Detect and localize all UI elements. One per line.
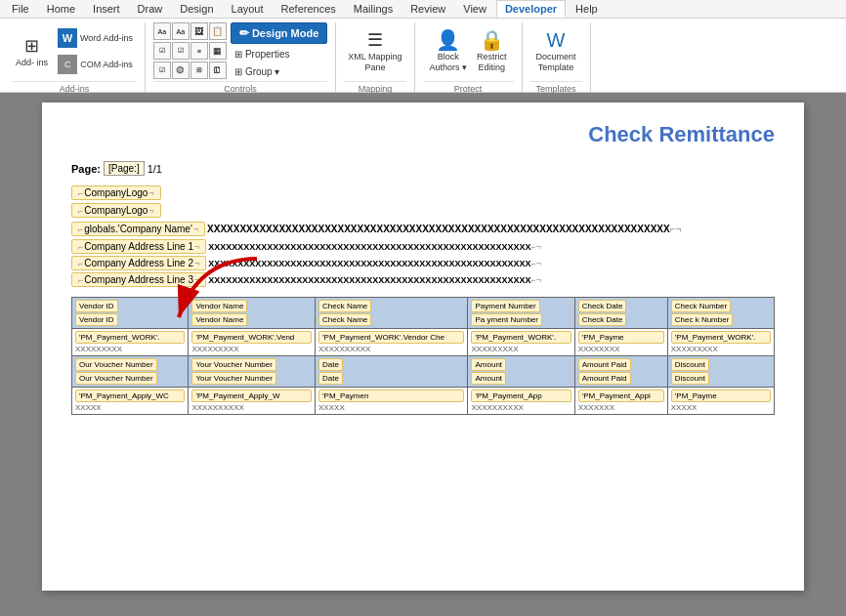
- tab-help[interactable]: Help: [568, 1, 606, 17]
- tab-mailings[interactable]: Mailings: [346, 1, 401, 17]
- tab-review[interactable]: Review: [402, 1, 453, 17]
- td-discount-h: Discount Discount: [667, 356, 774, 388]
- document-title: Check Remittance: [588, 122, 775, 147]
- tab-home[interactable]: Home: [39, 1, 83, 17]
- ctrl-icon-2[interactable]: Aa: [172, 22, 190, 40]
- design-mode-icon: ✏: [239, 26, 249, 40]
- addins-label: Add- ins: [16, 58, 48, 68]
- address-line-1: ⌐Company Address Line 1¬ XXXXXXXXXXXXXXX…: [71, 239, 775, 254]
- td-check-number-field: 'PM_Payment_WORK'. XXXXXXXXX: [667, 329, 774, 356]
- page: Page: [Page:] 1/1 Check Remittance ⌐Comp…: [42, 103, 804, 591]
- group-label: Group ▾: [245, 66, 280, 77]
- table-row-2-fields: 'PM_Payment_Apply_WC XXXXX 'PM_Payment_A…: [72, 388, 775, 415]
- ctrl-icon-8[interactable]: ▦: [209, 42, 227, 60]
- xml-mapping-icon: ☰: [363, 28, 387, 52]
- ctrl-icon-10[interactable]: 🔘: [172, 62, 190, 79]
- page-label: Page:: [71, 163, 101, 175]
- ribbon: File Home Insert Draw Design Layout Refe…: [0, 0, 846, 93]
- ctrl-icon-11[interactable]: ⊞: [190, 62, 208, 79]
- table-row-fields: 'PM_Payment_WORK'. XXXXXXXXX 'PM_Payment…: [72, 329, 775, 356]
- td-vendor-id-field: 'PM_Payment_WORK'. XXXXXXXXX: [72, 329, 189, 356]
- document-template-button[interactable]: W DocumentTemplate: [532, 26, 580, 75]
- addins-icon: ⊞: [21, 34, 44, 58]
- td-our-voucher-field: 'PM_Payment_Apply_WC XXXXX: [72, 388, 189, 415]
- xml-mapping-button[interactable]: ☰ XML MappingPane: [344, 26, 405, 75]
- ribbon-content: ⊞ Add- ins W Word Add-ins C COM Add-ins: [0, 19, 846, 96]
- properties-label: Properties: [245, 49, 290, 60]
- address-lines: ⌐Company Address Line 1¬ XXXXXXXXXXXXXXX…: [71, 239, 775, 287]
- tab-view[interactable]: View: [455, 1, 494, 17]
- ctrl-icon-5[interactable]: ☑: [153, 42, 171, 60]
- tab-design[interactable]: Design: [172, 1, 221, 17]
- group-controls: Aa Aa 🖼 📋 ☑ ☑ ≡ ▦: [146, 22, 336, 96]
- th-vendor-id: Vendor ID Vendor ID: [72, 298, 189, 329]
- properties-button[interactable]: ⊞ Properties: [231, 47, 327, 62]
- logo-field-1: ⌐CompanyLogo¬: [71, 185, 775, 200]
- restrict-editing-icon: 🔒: [480, 28, 503, 52]
- group-protect: 👤 BlockAuthors ▾ 🔒 RestrictEditing Prote…: [415, 22, 523, 96]
- logo-area: ⌐CompanyLogo¬ ⌐CompanyLogo¬: [71, 185, 775, 218]
- td-our-voucher-h: Our Voucher Number Our Voucher Number: [72, 356, 189, 388]
- td-payment-number-field: 'PM_Payment_WORK'. XXXXXXXXX: [468, 329, 574, 356]
- xml-mapping-label: XML MappingPane: [348, 52, 402, 73]
- td-amount-paid-h: Amount Paid Amount Paid: [574, 356, 667, 388]
- th-check-date: Check Date Check Date: [574, 298, 667, 329]
- design-mode-button[interactable]: ✏ Design Mode: [231, 22, 327, 44]
- com-icon: C: [58, 55, 77, 74]
- tab-developer[interactable]: Developer: [496, 0, 566, 18]
- td-your-voucher-h: Your Voucher Number Your Voucher Number: [189, 356, 316, 388]
- address-line-2: ⌐Company Address Line 2¬ XXXXXXXXXXXXXXX…: [71, 256, 775, 270]
- ctrl-icon-6[interactable]: ☑: [172, 42, 190, 60]
- td-amount-h: Amount Amount: [468, 356, 574, 388]
- th-payment-number: Payment Number Pa yment Number: [468, 298, 574, 329]
- ctrl-icon-3[interactable]: 🖼: [190, 22, 208, 40]
- td-discount-field: 'PM_Payme XXXXX: [667, 388, 774, 415]
- restrict-editing-label: RestrictEditing: [477, 52, 507, 73]
- ctrl-icon-1[interactable]: Aa: [153, 22, 171, 40]
- word-addins-button[interactable]: W Word Add-ins: [54, 26, 137, 50]
- td-amount-paid-field: 'PM_Payment_Appl XXXXXXX: [574, 388, 667, 415]
- tab-file[interactable]: File: [4, 1, 37, 17]
- mapping-items: ☰ XML MappingPane: [344, 22, 405, 79]
- td-date-field: 'PM_Paymen XXXXX: [316, 388, 468, 415]
- group-templates: W DocumentTemplate Templates: [523, 22, 591, 96]
- controls-items: Aa Aa 🖼 📋 ☑ ☑ ≡ ▦: [153, 22, 327, 79]
- td-check-name-field: 'PM_Payment_WORK'.Vendor Che XXXXXXXXXX: [316, 329, 468, 356]
- document-template-label: DocumentTemplate: [536, 52, 576, 73]
- ctrl-icon-4[interactable]: 📋: [209, 22, 227, 40]
- th-check-number: Check Number Chec k Number: [667, 298, 774, 329]
- logo-field-2: ⌐CompanyLogo¬: [71, 203, 775, 218]
- td-vendor-name-field: 'PM_Payment_WORK'.Vend XXXXXXXXX: [189, 329, 316, 356]
- document-area: Page: [Page:] 1/1 Check Remittance ⌐Comp…: [0, 93, 846, 616]
- block-authors-icon: 👤: [437, 28, 460, 52]
- group-mapping: ☰ XML MappingPane Mapping: [336, 22, 414, 96]
- word-icon: W: [58, 28, 77, 48]
- group-button[interactable]: ⊞ Group ▾: [231, 64, 327, 79]
- properties-icon: ⊞: [234, 49, 242, 60]
- ribbon-tabs: File Home Insert Draw Design Layout Refe…: [0, 0, 846, 19]
- td-check-date-field: 'PM_Payme XXXXXXXX: [574, 329, 667, 356]
- page-fraction: 1/1: [148, 163, 162, 175]
- addins-button[interactable]: ⊞ Add- ins: [12, 32, 52, 70]
- ctrl-icon-7[interactable]: ≡: [190, 42, 208, 60]
- ctrl-icon-12[interactable]: 🗓: [209, 62, 227, 79]
- tab-layout[interactable]: Layout: [224, 1, 272, 17]
- design-mode-label: Design Mode: [252, 27, 318, 39]
- page-field-box: [Page:]: [104, 161, 145, 176]
- restrict-editing-button[interactable]: 🔒 RestrictEditing: [473, 26, 511, 75]
- com-addins-button[interactable]: C COM Add-ins: [54, 53, 137, 76]
- block-authors-button[interactable]: 👤 BlockAuthors ▾: [426, 26, 472, 75]
- protect-items: 👤 BlockAuthors ▾ 🔒 RestrictEditing: [426, 22, 511, 79]
- tab-draw[interactable]: Draw: [130, 1, 171, 17]
- group-icon: ⊞: [234, 66, 242, 77]
- th-check-name: Check Name Check Name: [316, 298, 468, 329]
- ctrl-icon-9[interactable]: ☑: [153, 62, 171, 79]
- tab-insert[interactable]: Insert: [85, 1, 128, 17]
- tab-references[interactable]: References: [274, 1, 344, 17]
- company-name-xs: XXXXXXXXXXXXXXXXXXXXXXXXXXXXXXXXXXXXXXXX…: [207, 224, 670, 234]
- table-row-2-headers: Our Voucher Number Our Voucher Number Yo…: [72, 356, 775, 388]
- word-addins-label: Word Add-ins: [80, 33, 133, 43]
- table-header-row: Vendor ID Vendor ID Vendor Name Vendor N…: [72, 298, 775, 329]
- page-field-area: Page: [Page:] 1/1: [71, 161, 162, 176]
- th-vendor-name: Vendor Name Vendor Name: [189, 298, 316, 329]
